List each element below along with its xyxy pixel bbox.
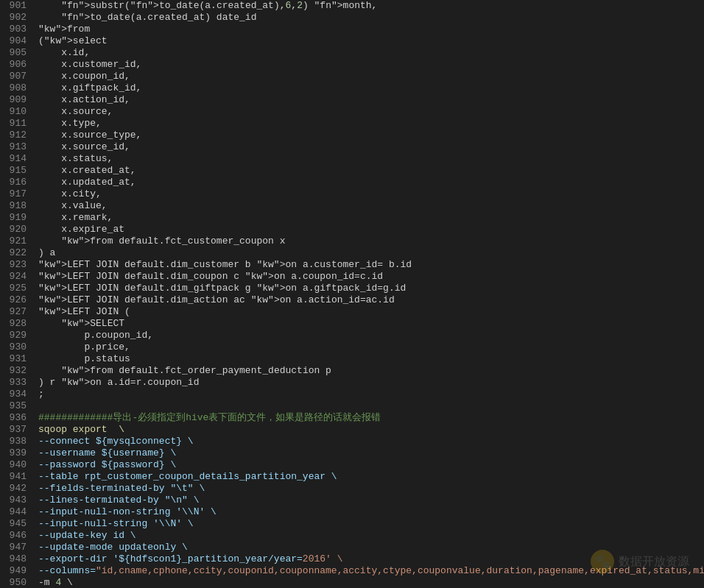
line-content: x.source_id, — [35, 141, 704, 153]
table-row: 941--table rpt_customer_coupon_details_p… — [0, 471, 704, 483]
line-content: x.source, — [35, 106, 704, 118]
line-content: p.coupon_id, — [35, 330, 704, 341]
line-content: x.action_id, — [35, 94, 704, 106]
table-row: 928 "kw">SELECT — [0, 318, 704, 330]
line-content: x.customer_id, — [35, 59, 704, 71]
table-row: 921 "kw">from default.fct_customer_coupo… — [0, 235, 704, 247]
line-number: 930 — [0, 341, 35, 353]
line-content: --input-null-non-string '\\N' \ — [35, 506, 704, 518]
line-number: 943 — [0, 495, 35, 506]
line-number: 946 — [0, 530, 35, 542]
line-number: 910 — [0, 106, 35, 118]
line-number: 937 — [0, 424, 35, 436]
line-content: #############导出-必须指定到hive表下面的文件，如果是路径的话就… — [35, 412, 704, 424]
table-row: 906 x.customer_id, — [0, 59, 704, 71]
table-row: 950-m 4 \ — [0, 577, 704, 588]
line-content: --input-null-string '\\N' \ — [35, 518, 704, 530]
line-number: 909 — [0, 94, 35, 106]
line-number: 911 — [0, 118, 35, 130]
line-content: x.expire_at — [35, 224, 704, 235]
table-row: 945--input-null-string '\\N' \ — [0, 518, 704, 530]
line-number: 914 — [0, 153, 35, 165]
table-row: 923"kw">LEFT JOIN default.dim_customer b… — [0, 259, 704, 271]
line-content: "kw">LEFT JOIN default.dim_customer b "k… — [35, 259, 704, 271]
table-row: 944--input-null-non-string '\\N' \ — [0, 506, 704, 518]
table-row: 907 x.coupon_id, — [0, 71, 704, 82]
line-number: 938 — [0, 436, 35, 447]
line-content: x.remark, — [35, 212, 704, 224]
line-content: ) a — [35, 247, 704, 259]
line-number: 907 — [0, 71, 35, 82]
code-editor: 901 "fn">substr("fn">to_date(a.created_a… — [0, 0, 704, 588]
table-row: 942--fields-terminated-by "\t" \ — [0, 483, 704, 495]
line-content: "kw">from — [35, 24, 704, 35]
line-content: x.type, — [35, 118, 704, 130]
line-content: ; — [35, 389, 704, 400]
table-row: 919 x.remark, — [0, 212, 704, 224]
line-content: x.status, — [35, 153, 704, 165]
line-content: sqoop export \ — [35, 424, 704, 436]
line-number: 905 — [0, 47, 35, 59]
line-number: 923 — [0, 259, 35, 271]
table-row: 935 — [0, 400, 704, 412]
line-number: 929 — [0, 330, 35, 341]
line-content: ) r "kw">on a.id=r.coupon_id — [35, 377, 704, 389]
table-row: 926"kw">LEFT JOIN default.dim_action ac … — [0, 294, 704, 306]
line-number: 921 — [0, 235, 35, 247]
table-row: 920 x.expire_at — [0, 224, 704, 235]
table-row: 912 x.source_type, — [0, 130, 704, 141]
table-row: 943--lines-terminated-by "\n" \ — [0, 495, 704, 506]
line-number: 926 — [0, 294, 35, 306]
line-number: 935 — [0, 400, 35, 412]
table-row: 902 "fn">to_date(a.created_at) date_id — [0, 12, 704, 24]
line-content: --connect ${mysqlconnect} \ — [35, 436, 704, 447]
table-row: 915 x.created_at, — [0, 165, 704, 177]
line-number: 948 — [0, 553, 35, 565]
table-row: 930 p.price, — [0, 341, 704, 353]
line-number: 947 — [0, 542, 35, 553]
table-row: 910 x.source, — [0, 106, 704, 118]
line-number: 915 — [0, 165, 35, 177]
line-content: --fields-terminated-by "\t" \ — [35, 483, 704, 495]
line-number: 908 — [0, 82, 35, 94]
table-row: 913 x.source_id, — [0, 141, 704, 153]
table-row: 908 x.giftpack_id, — [0, 82, 704, 94]
table-row: 909 x.action_id, — [0, 94, 704, 106]
line-number: 942 — [0, 483, 35, 495]
line-number: 932 — [0, 365, 35, 377]
table-row: 932 "kw">from default.fct_order_payment_… — [0, 365, 704, 377]
line-content: "kw">LEFT JOIN ( — [35, 306, 704, 318]
table-row: 914 x.status, — [0, 153, 704, 165]
line-number: 906 — [0, 59, 35, 71]
line-content: "kw">LEFT JOIN default.dim_coupon c "kw"… — [35, 271, 704, 283]
line-content: x.created_at, — [35, 165, 704, 177]
line-number: 922 — [0, 247, 35, 259]
table-row: 905 x.id, — [0, 47, 704, 59]
table-row: 925"kw">LEFT JOIN default.dim_giftpack g… — [0, 283, 704, 294]
table-row: 924"kw">LEFT JOIN default.dim_coupon c "… — [0, 271, 704, 283]
line-content: x.updated_at, — [35, 177, 704, 188]
line-content: --password ${password} \ — [35, 459, 704, 471]
line-number: 941 — [0, 471, 35, 483]
table-row: 934; — [0, 389, 704, 400]
line-content: x.value, — [35, 200, 704, 212]
line-number: 936 — [0, 412, 35, 424]
line-number: 912 — [0, 130, 35, 141]
table-row: 933) r "kw">on a.id=r.coupon_id — [0, 377, 704, 389]
line-content: "kw">LEFT JOIN default.dim_action ac "kw… — [35, 294, 704, 306]
line-number: 944 — [0, 506, 35, 518]
line-number: 939 — [0, 447, 35, 459]
line-content: p.price, — [35, 341, 704, 353]
table-row: 901 "fn">substr("fn">to_date(a.created_a… — [0, 0, 704, 12]
line-number: 917 — [0, 188, 35, 200]
line-number: 903 — [0, 24, 35, 35]
line-content: --table rpt_customer_coupon_details_part… — [35, 471, 704, 483]
watermark: 🐾 数据开放资源 — [591, 550, 689, 573]
table-row: 927"kw">LEFT JOIN ( — [0, 306, 704, 318]
line-number: 931 — [0, 353, 35, 365]
line-content: ("kw">select — [35, 35, 704, 47]
line-content: x.giftpack_id, — [35, 82, 704, 94]
table-row: 929 p.coupon_id, — [0, 330, 704, 341]
line-content: "kw">from default.fct_order_payment_dedu… — [35, 365, 704, 377]
table-row: 937sqoop export \ — [0, 424, 704, 436]
